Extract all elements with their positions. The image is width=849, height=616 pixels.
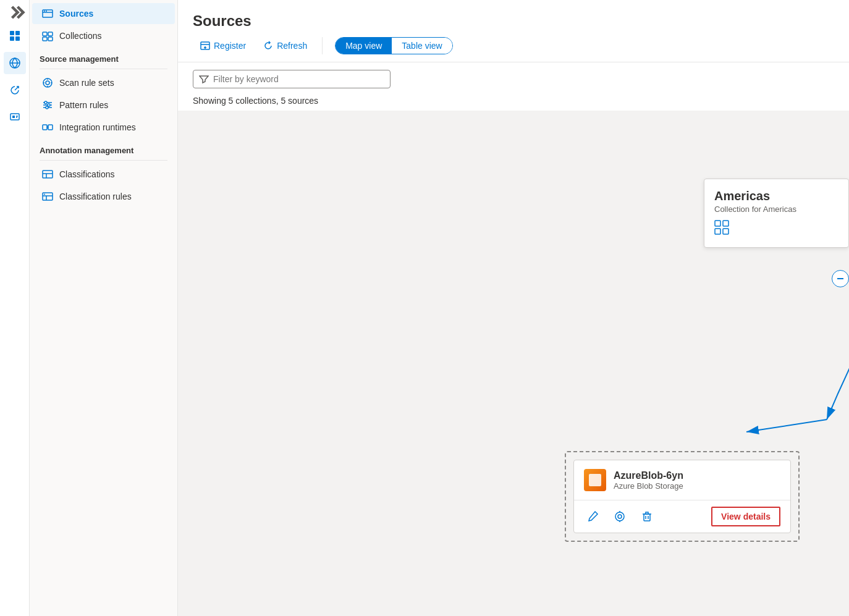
classification-rules-label: Classification rules [59,192,132,201]
catalog-nav-icon[interactable] [4,25,26,47]
svg-point-52 [615,512,624,521]
data-map-nav-icon[interactable] [4,52,26,74]
register-button[interactable]: Register [193,37,253,54]
showing-text: Showing 5 collections, 5 sources [178,93,849,111]
blob-storage-icon [584,469,606,491]
svg-rect-0 [10,31,14,35]
svg-point-14 [46,11,47,12]
sidebar-item-scan-rule-sets[interactable]: Scan rule sets [32,72,175,93]
annotation-management-header: Annotation management [30,138,177,158]
refresh-label: Refresh [277,41,307,51]
sidebar-item-classifications[interactable]: Classifications [32,164,175,185]
filter-input-wrap [193,70,391,88]
sidebar: Sources Collections Source management Sc… [30,0,178,616]
map-view-button[interactable]: Map view [336,38,392,54]
pattern-rules-label: Pattern rules [59,100,108,110]
svg-rect-2 [10,36,14,41]
svg-rect-35 [43,171,53,178]
americas-card-title: Americas [714,189,838,203]
svg-rect-3 [15,36,20,41]
sources-label: Sources [59,9,93,19]
main-content: Sources Register Refresh Ma [178,0,849,616]
svg-rect-8 [12,116,15,118]
svg-rect-56 [644,514,650,521]
azure-blob-card[interactable]: AzureBlob-6yn Azure Blob Storage [573,460,791,533]
blob-icon-inner [589,474,601,486]
blob-dashed-border: AzureBlob-6yn Azure Blob Storage [565,451,800,542]
svg-rect-47 [715,221,720,226]
sidebar-item-collections[interactable]: Collections [32,25,175,46]
scan-rule-sets-label: Scan rule sets [59,78,114,88]
map-area[interactable]: Americas Collection for Americas [178,111,849,616]
sidebar-item-integration-runtimes[interactable]: Integration runtimes [32,117,175,138]
divider-1 [40,69,167,69]
svg-point-19 [43,78,52,87]
source-management-header: Source management [30,47,177,66]
sidebar-item-pattern-rules[interactable]: Pattern rules [32,95,175,116]
svg-rect-50 [723,229,729,234]
main-header: Sources Register Refresh Ma [178,0,849,62]
svg-point-28 [44,101,47,104]
filter-area [178,62,849,93]
refresh-button[interactable]: Refresh [256,37,315,54]
sidebar-item-classification-rules[interactable]: Classification rules [32,186,175,207]
svg-point-53 [618,515,622,518]
svg-rect-16 [48,32,53,36]
register-label: Register [214,41,246,51]
svg-rect-18 [48,37,53,41]
svg-point-20 [46,81,49,85]
toolbar: Register Refresh Map view Table view [193,37,834,54]
blob-card-container: AzureBlob-6yn Azure Blob Storage [565,451,800,542]
filter-input[interactable] [193,70,391,88]
svg-line-6 [15,86,19,90]
svg-point-30 [46,106,48,109]
svg-rect-17 [43,37,47,41]
svg-rect-49 [715,229,720,234]
svg-rect-48 [723,221,729,226]
americas-card-subtitle: Collection for Americas [714,205,838,214]
filter-icon [199,74,209,84]
blob-card-top: AzureBlob-6yn Azure Blob Storage [574,460,790,500]
classifications-label: Classifications [59,169,114,179]
collections-label: Collections [59,31,101,41]
scan-icon[interactable] [611,508,628,525]
delete-icon[interactable] [638,508,656,525]
page-title: Sources [193,12,834,30]
edit-icon[interactable] [584,508,601,525]
svg-point-29 [48,104,50,106]
icon-rail [0,0,30,616]
americas-card-grid-icon[interactable] [714,220,838,237]
svg-point-41 [44,194,45,195]
expand-rail-button[interactable] [4,5,26,20]
integration-runtimes-label: Integration runtimes [59,122,136,132]
collapse-button[interactable] [832,270,849,287]
sidebar-item-sources[interactable]: Sources [32,3,175,24]
blob-card-name: AzureBlob-6yn [614,470,683,481]
blob-card-actions: View details [574,500,790,533]
toolbar-divider [322,37,323,54]
insights-nav-icon[interactable] [4,79,26,101]
blob-card-type: Azure Blob Storage [614,481,683,491]
blob-card-info: AzureBlob-6yn Azure Blob Storage [614,470,683,491]
divider-2 [40,160,167,161]
view-toggle: Map view Table view [335,37,453,54]
svg-point-13 [44,11,45,12]
management-nav-icon[interactable] [4,106,26,129]
americas-card[interactable]: Americas Collection for Americas [704,179,849,248]
table-view-button[interactable]: Table view [392,38,452,54]
view-details-button[interactable]: View details [711,507,780,526]
svg-rect-15 [43,32,47,36]
svg-rect-32 [48,125,53,130]
svg-rect-1 [15,31,20,35]
svg-rect-31 [43,125,47,130]
